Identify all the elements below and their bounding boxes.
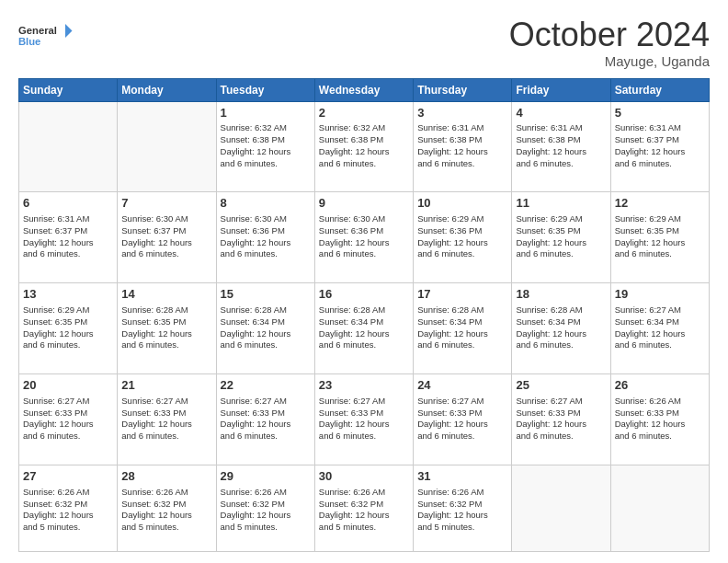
day-number: 12 bbox=[615, 195, 705, 212]
calendar-header-row: Sunday Monday Tuesday Wednesday Thursday… bbox=[19, 78, 710, 101]
col-monday: Monday bbox=[118, 78, 216, 101]
day-info: Sunrise: 6:29 AMSunset: 6:35 PMDaylight:… bbox=[23, 304, 113, 351]
day-info: Sunrise: 6:28 AMSunset: 6:34 PMDaylight:… bbox=[319, 304, 409, 351]
day-number: 4 bbox=[516, 105, 606, 121]
day-info: Sunrise: 6:29 AMSunset: 6:35 PMDaylight:… bbox=[516, 213, 606, 260]
col-tuesday: Tuesday bbox=[216, 78, 314, 101]
calendar-week-row: 1Sunrise: 6:32 AMSunset: 6:38 PMDaylight… bbox=[19, 101, 710, 192]
location: Mayuge, Uganda bbox=[509, 53, 710, 69]
table-row: 8Sunrise: 6:30 AMSunset: 6:36 PMDaylight… bbox=[216, 192, 314, 283]
day-number: 10 bbox=[417, 195, 507, 212]
svg-text:General: General bbox=[18, 25, 57, 36]
day-number: 30 bbox=[319, 468, 409, 485]
day-info: Sunrise: 6:30 AMSunset: 6:36 PMDaylight:… bbox=[221, 213, 311, 260]
day-number: 15 bbox=[221, 286, 311, 303]
table-row: 28Sunrise: 6:26 AMSunset: 6:32 PMDayligh… bbox=[118, 465, 216, 552]
col-thursday: Thursday bbox=[414, 78, 512, 101]
col-sunday: Sunday bbox=[19, 78, 118, 101]
table-row bbox=[118, 101, 216, 192]
day-info: Sunrise: 6:31 AMSunset: 6:37 PMDaylight:… bbox=[23, 213, 113, 260]
day-info: Sunrise: 6:26 AMSunset: 6:32 PMDaylight:… bbox=[23, 487, 113, 534]
col-saturday: Saturday bbox=[610, 78, 709, 101]
table-row: 7Sunrise: 6:30 AMSunset: 6:37 PMDaylight… bbox=[118, 192, 216, 283]
svg-marker-2 bbox=[65, 24, 73, 38]
day-number: 22 bbox=[221, 377, 311, 394]
day-number: 19 bbox=[615, 286, 705, 303]
day-number: 31 bbox=[417, 468, 507, 485]
day-info: Sunrise: 6:27 AMSunset: 6:33 PMDaylight:… bbox=[121, 396, 211, 442]
day-number: 21 bbox=[121, 377, 211, 394]
day-number: 7 bbox=[121, 195, 211, 212]
day-number: 29 bbox=[221, 468, 311, 485]
day-number: 5 bbox=[615, 105, 705, 121]
day-info: Sunrise: 6:27 AMSunset: 6:33 PMDaylight:… bbox=[23, 396, 113, 442]
month-title: October 2024 bbox=[509, 17, 710, 53]
table-row: 23Sunrise: 6:27 AMSunset: 6:33 PMDayligh… bbox=[314, 374, 413, 465]
day-info: Sunrise: 6:28 AMSunset: 6:34 PMDaylight:… bbox=[417, 304, 507, 351]
day-info: Sunrise: 6:27 AMSunset: 6:34 PMDaylight:… bbox=[615, 304, 705, 351]
table-row: 6Sunrise: 6:31 AMSunset: 6:37 PMDaylight… bbox=[19, 192, 118, 283]
page: General Blue October 2024 Mayuge, Uganda… bbox=[0, 0, 728, 563]
day-info: Sunrise: 6:28 AMSunset: 6:34 PMDaylight:… bbox=[221, 304, 311, 351]
table-row: 22Sunrise: 6:27 AMSunset: 6:33 PMDayligh… bbox=[216, 374, 314, 465]
table-row bbox=[512, 465, 610, 552]
table-row: 17Sunrise: 6:28 AMSunset: 6:34 PMDayligh… bbox=[414, 283, 512, 374]
day-number: 20 bbox=[23, 377, 113, 394]
table-row: 25Sunrise: 6:27 AMSunset: 6:33 PMDayligh… bbox=[512, 374, 610, 465]
svg-text:Blue: Blue bbox=[18, 36, 40, 47]
day-info: Sunrise: 6:26 AMSunset: 6:33 PMDaylight:… bbox=[615, 396, 705, 442]
col-friday: Friday bbox=[512, 78, 610, 101]
table-row: 4Sunrise: 6:31 AMSunset: 6:38 PMDaylight… bbox=[512, 101, 610, 192]
day-number: 18 bbox=[516, 286, 606, 303]
day-number: 27 bbox=[23, 468, 113, 485]
table-row: 18Sunrise: 6:28 AMSunset: 6:34 PMDayligh… bbox=[512, 283, 610, 374]
table-row: 13Sunrise: 6:29 AMSunset: 6:35 PMDayligh… bbox=[19, 283, 118, 374]
day-number: 16 bbox=[319, 286, 409, 303]
table-row: 10Sunrise: 6:29 AMSunset: 6:36 PMDayligh… bbox=[414, 192, 512, 283]
day-info: Sunrise: 6:28 AMSunset: 6:35 PMDaylight:… bbox=[121, 304, 211, 351]
calendar-week-row: 20Sunrise: 6:27 AMSunset: 6:33 PMDayligh… bbox=[19, 374, 710, 465]
day-number: 3 bbox=[417, 105, 507, 121]
day-info: Sunrise: 6:32 AMSunset: 6:38 PMDaylight:… bbox=[221, 122, 311, 169]
logo: General Blue bbox=[18, 17, 74, 53]
table-row: 20Sunrise: 6:27 AMSunset: 6:33 PMDayligh… bbox=[19, 374, 118, 465]
day-info: Sunrise: 6:31 AMSunset: 6:37 PMDaylight:… bbox=[615, 122, 705, 169]
calendar-week-row: 6Sunrise: 6:31 AMSunset: 6:37 PMDaylight… bbox=[19, 192, 710, 283]
day-number: 11 bbox=[516, 195, 606, 212]
calendar-week-row: 27Sunrise: 6:26 AMSunset: 6:32 PMDayligh… bbox=[19, 465, 710, 552]
day-number: 17 bbox=[417, 286, 507, 303]
day-info: Sunrise: 6:32 AMSunset: 6:38 PMDaylight:… bbox=[319, 122, 409, 169]
day-info: Sunrise: 6:26 AMSunset: 6:32 PMDaylight:… bbox=[121, 487, 211, 534]
day-info: Sunrise: 6:31 AMSunset: 6:38 PMDaylight:… bbox=[516, 122, 606, 169]
day-info: Sunrise: 6:31 AMSunset: 6:38 PMDaylight:… bbox=[417, 122, 507, 169]
table-row: 29Sunrise: 6:26 AMSunset: 6:32 PMDayligh… bbox=[216, 465, 314, 552]
day-number: 6 bbox=[23, 195, 113, 212]
day-number: 2 bbox=[319, 105, 409, 121]
table-row: 3Sunrise: 6:31 AMSunset: 6:38 PMDaylight… bbox=[414, 101, 512, 192]
day-info: Sunrise: 6:27 AMSunset: 6:33 PMDaylight:… bbox=[516, 396, 606, 442]
table-row: 21Sunrise: 6:27 AMSunset: 6:33 PMDayligh… bbox=[118, 374, 216, 465]
table-row: 15Sunrise: 6:28 AMSunset: 6:34 PMDayligh… bbox=[216, 283, 314, 374]
table-row: 2Sunrise: 6:32 AMSunset: 6:38 PMDaylight… bbox=[314, 101, 413, 192]
day-info: Sunrise: 6:30 AMSunset: 6:37 PMDaylight:… bbox=[121, 213, 211, 260]
day-number: 28 bbox=[121, 468, 211, 485]
title-block: October 2024 Mayuge, Uganda bbox=[509, 17, 710, 69]
day-info: Sunrise: 6:30 AMSunset: 6:36 PMDaylight:… bbox=[319, 213, 409, 260]
table-row: 24Sunrise: 6:27 AMSunset: 6:33 PMDayligh… bbox=[414, 374, 512, 465]
table-row: 14Sunrise: 6:28 AMSunset: 6:35 PMDayligh… bbox=[118, 283, 216, 374]
day-info: Sunrise: 6:27 AMSunset: 6:33 PMDaylight:… bbox=[417, 396, 507, 442]
table-row: 12Sunrise: 6:29 AMSunset: 6:35 PMDayligh… bbox=[610, 192, 709, 283]
day-number: 25 bbox=[516, 377, 606, 394]
day-number: 13 bbox=[23, 286, 113, 303]
day-number: 26 bbox=[615, 377, 705, 394]
table-row: 26Sunrise: 6:26 AMSunset: 6:33 PMDayligh… bbox=[610, 374, 709, 465]
table-row bbox=[610, 465, 709, 552]
day-number: 23 bbox=[319, 377, 409, 394]
day-number: 8 bbox=[221, 195, 311, 212]
table-row: 9Sunrise: 6:30 AMSunset: 6:36 PMDaylight… bbox=[314, 192, 413, 283]
col-wednesday: Wednesday bbox=[314, 78, 413, 101]
day-number: 1 bbox=[221, 105, 311, 121]
day-info: Sunrise: 6:26 AMSunset: 6:32 PMDaylight:… bbox=[319, 487, 409, 534]
day-info: Sunrise: 6:29 AMSunset: 6:36 PMDaylight:… bbox=[417, 213, 507, 260]
table-row: 1Sunrise: 6:32 AMSunset: 6:38 PMDaylight… bbox=[216, 101, 314, 192]
